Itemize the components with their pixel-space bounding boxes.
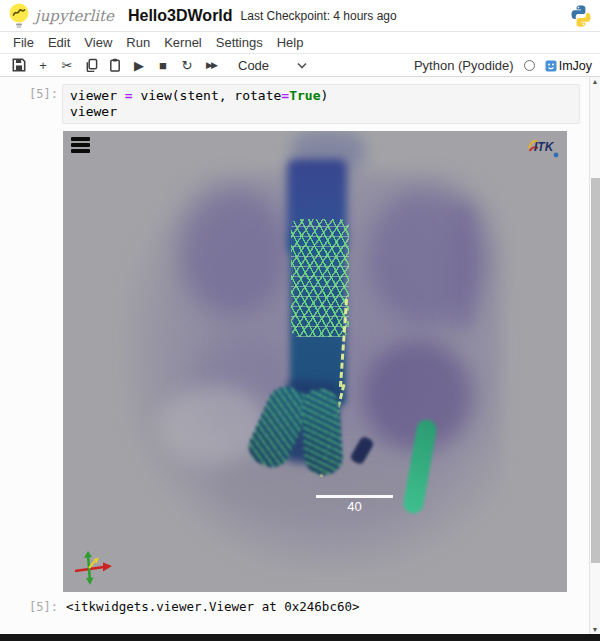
stop-icon: ■	[159, 58, 167, 73]
python-logo-icon	[569, 4, 593, 32]
code-line-2: viewer	[70, 104, 572, 120]
notebook-toolbar: + ✂ ▶ ■ ↻ ▶▶ Code Python (Pyodide)	[0, 54, 600, 77]
bottom-status-strip	[0, 634, 600, 641]
notebook-panel: [5]: viewer = view(stent, rotate=True) v…	[0, 77, 589, 634]
menu-view[interactable]: View	[77, 35, 119, 50]
code-editor[interactable]: viewer = view(stent, rotate=True) viewer	[62, 84, 580, 124]
restart-run-all-button[interactable]: ▶▶	[200, 55, 222, 75]
run-cell-button[interactable]: ▶	[128, 55, 150, 75]
play-icon: ▶	[134, 58, 144, 73]
itk-3d-viewer-canvas[interactable]: ITK 40	[63, 131, 567, 592]
itk-logo: ITK	[525, 135, 563, 161]
jupyterlite-window: jupyterlite Hello3DWorld Last Checkpoint…	[0, 0, 600, 641]
code-token-keyword: True	[289, 88, 320, 103]
cut-cell-button[interactable]: ✂	[56, 55, 78, 75]
plus-icon: +	[39, 58, 47, 73]
copy-cell-button[interactable]	[80, 55, 102, 75]
code-token-operator: =	[281, 88, 289, 103]
input-prompt: [5]:	[0, 87, 58, 101]
save-button[interactable]	[8, 55, 30, 75]
code-line-1: viewer = view(stent, rotate=True)	[70, 88, 572, 104]
menu-edit[interactable]: Edit	[41, 35, 77, 50]
restart-kernel-button[interactable]: ↻	[176, 55, 198, 75]
paste-cell-button[interactable]	[104, 55, 126, 75]
copy-icon	[85, 58, 98, 72]
cell-type-dropdown[interactable]: Code	[238, 58, 307, 73]
viewer-menu-hamburger-icon[interactable]	[71, 137, 91, 153]
output-prompt: [5]:	[0, 600, 58, 614]
scale-bar-label: 40	[316, 499, 393, 514]
scissors-icon: ✂	[62, 58, 73, 73]
imjoy-button[interactable]: ImJoy	[545, 59, 592, 73]
toolbar-right-group: Python (Pyodide) ImJoy	[414, 54, 592, 77]
notebook-title[interactable]: Hello3DWorld	[128, 7, 233, 25]
menu-file[interactable]: File	[6, 35, 41, 50]
checkpoint-text: Last Checkpoint: 4 hours ago	[241, 9, 397, 23]
itk-logo-text: ITK	[534, 140, 555, 154]
scroll-down-arrow-icon[interactable]: ▼	[590, 626, 600, 633]
scale-bar	[316, 495, 393, 498]
kernel-status-icon[interactable]	[524, 60, 535, 71]
menu-run[interactable]: Run	[119, 35, 157, 50]
volume-purple-patch	[178, 186, 288, 316]
cell-type-value: Code	[238, 58, 269, 73]
scrollbar-thumb[interactable]	[591, 178, 600, 563]
save-icon	[12, 58, 26, 72]
menu-settings[interactable]: Settings	[209, 35, 270, 50]
orientation-axes-widget	[73, 551, 113, 585]
top-bar: jupyterlite Hello3DWorld Last Checkpoint…	[0, 0, 600, 32]
imjoy-label: ImJoy	[559, 59, 592, 73]
code-token: )	[320, 88, 328, 103]
cell-output-repr: <itkwidgets.viewer.Viewer at 0x246bc60>	[66, 599, 360, 614]
stop-button[interactable]: ■	[152, 55, 174, 75]
stent-wire-mesh	[291, 219, 349, 337]
code-token: viewer	[70, 88, 125, 103]
chevron-down-icon	[297, 62, 307, 69]
kernel-name[interactable]: Python (Pyodide)	[414, 58, 514, 73]
jupyterlite-bulb-icon	[8, 3, 30, 29]
scroll-up-arrow-icon[interactable]: ▲	[590, 78, 600, 85]
fast-forward-icon: ▶▶	[206, 60, 216, 70]
vertical-scrollbar[interactable]: ▲ ▼	[589, 77, 600, 634]
restart-icon: ↻	[182, 58, 193, 73]
add-cell-button[interactable]: +	[32, 55, 54, 75]
stent-leg-right	[300, 388, 344, 476]
brand-text: jupyterlite	[35, 7, 114, 25]
imjoy-icon	[545, 60, 557, 72]
menu-kernel[interactable]: Kernel	[157, 35, 209, 50]
code-token-operator: =	[125, 88, 133, 103]
volume-purple-patch	[450, 201, 476, 331]
menu-bar: File Edit View Run Kernel Settings Help	[0, 32, 600, 54]
paste-icon	[109, 58, 121, 72]
code-token: view(stent, rotate	[133, 88, 282, 103]
jupyterlite-logo[interactable]: jupyterlite	[8, 3, 114, 29]
menu-help[interactable]: Help	[270, 35, 311, 50]
